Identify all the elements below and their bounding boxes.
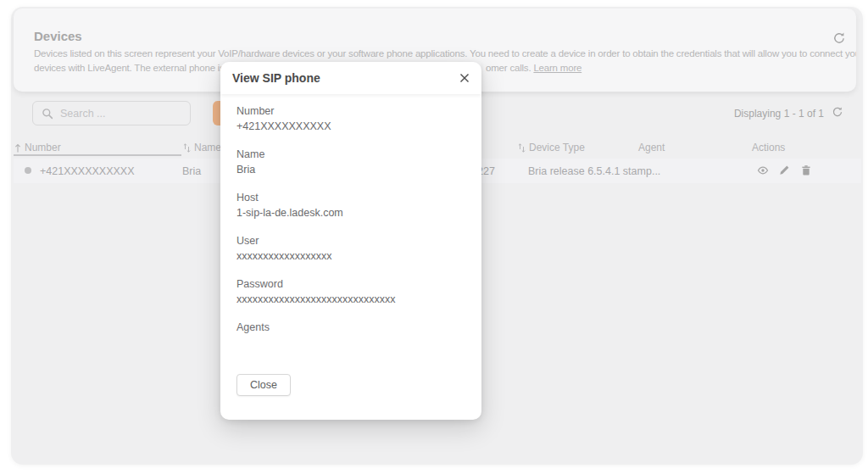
view-icon[interactable]: [756, 164, 770, 177]
sorted-column-underline: [14, 154, 181, 156]
refresh-icon[interactable]: [832, 31, 846, 45]
field-value: +421XXXXXXXXXX: [236, 120, 465, 133]
search-input[interactable]: [32, 101, 191, 125]
field-label: Agents: [236, 321, 465, 334]
field-value: Bria: [236, 164, 465, 176]
column-header-device-type[interactable]: Device Type: [518, 142, 585, 153]
field-value: 1-sip-la-de.ladesk.com: [236, 207, 465, 220]
search-field[interactable]: [60, 108, 179, 120]
row-number: +421XXXXXXXXXX: [40, 165, 135, 177]
page-description-line1: Devices listed on this screen represent …: [34, 48, 856, 59]
field-name: Name Bria: [236, 148, 465, 176]
column-header-agent: Agent: [638, 142, 665, 153]
field-label: Password: [236, 278, 465, 291]
field-value: xxxxxxxxxxxxxxxxxxxxxxxxxxxxxx: [236, 293, 465, 306]
field-label: Name: [236, 148, 465, 161]
delete-icon[interactable]: [799, 164, 813, 177]
sort-both-icon: [518, 143, 526, 153]
page-description-fragment: omer calls.: [486, 63, 531, 73]
field-number: Number +421XXXXXXXXXX: [236, 105, 465, 133]
column-header-label: Name: [194, 142, 221, 153]
field-label: Number: [236, 105, 465, 118]
row-name: Bria: [182, 165, 201, 177]
sort-asc-icon: [14, 143, 21, 153]
field-host: Host 1-sip-la-de.ladesk.com: [236, 192, 465, 220]
page-title: Devices: [34, 29, 82, 43]
column-header-name[interactable]: Name: [183, 142, 221, 153]
field-label: User: [236, 235, 465, 248]
modal-header: View SIP phone: [220, 62, 481, 94]
close-icon[interactable]: [458, 71, 471, 85]
column-header-label: Number: [25, 142, 61, 153]
close-button[interactable]: Close: [236, 374, 291, 396]
field-label: Host: [236, 192, 465, 204]
page-description-line2-left: devices with LiveAgent. The external pho…: [34, 63, 240, 73]
column-header-label: Device Type: [529, 142, 585, 153]
modal-title: View SIP phone: [232, 71, 320, 85]
search-icon: [42, 108, 53, 120]
edit-icon[interactable]: [777, 164, 791, 177]
column-header-label: Agent: [638, 142, 665, 153]
field-value: xxxxxxxxxxxxxxxxxx: [236, 250, 465, 263]
page-description-line2-right: omer calls. Learn more: [486, 63, 581, 73]
refresh-list-icon[interactable]: [832, 106, 843, 118]
column-header-number[interactable]: Number: [14, 142, 61, 153]
learn-more-link[interactable]: Learn more: [533, 63, 581, 73]
field-password: Password xxxxxxxxxxxxxxxxxxxxxxxxxxxxxx: [236, 278, 465, 306]
view-sip-phone-modal: View SIP phone Number +421XXXXXXXXXX Nam…: [220, 62, 481, 420]
column-header-actions: Actions: [752, 142, 785, 153]
status-dot-icon: [25, 167, 31, 174]
sort-both-icon: [183, 143, 191, 153]
modal-body: Number +421XXXXXXXXXX Name Bria Host 1-s…: [220, 94, 481, 349]
field-user: User xxxxxxxxxxxxxxxxxx: [236, 235, 465, 263]
field-agents: Agents: [236, 321, 465, 349]
devices-page: Devices Devices listed on this screen re…: [0, 0, 868, 474]
field-value: [236, 337, 465, 349]
column-header-label: Actions: [752, 142, 785, 153]
paging-status: Displaying 1 - 1 of 1: [712, 108, 824, 120]
row-device-type: Bria release 6.5.4.1 stamp...: [528, 165, 660, 177]
